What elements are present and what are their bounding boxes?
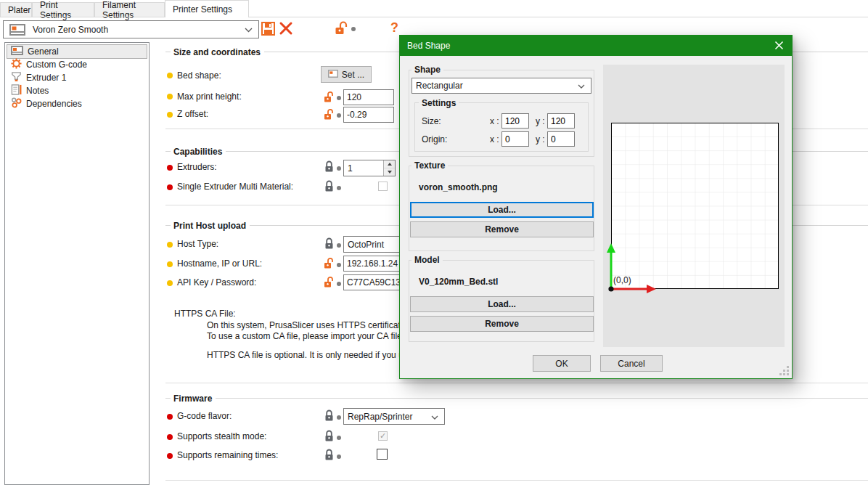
size-x-input[interactable] bbox=[501, 113, 529, 129]
host-type-label: Host Type: bbox=[177, 239, 218, 249]
group-separator bbox=[165, 480, 868, 481]
x-label: x : bbox=[490, 116, 499, 126]
option-bullet-icon bbox=[167, 434, 173, 440]
bed-shape-set-button[interactable]: Set ... bbox=[321, 66, 372, 83]
tabbar-bottom-border bbox=[0, 17, 868, 17]
group-title: Capabilities bbox=[173, 147, 222, 157]
option-bullet-icon bbox=[167, 453, 173, 459]
lock-open-icon[interactable] bbox=[335, 21, 348, 38]
sidebar-item-label: General bbox=[28, 46, 59, 57]
mode-dot-icon bbox=[337, 263, 341, 267]
tab-printer-settings[interactable]: Printer Settings bbox=[165, 0, 249, 17]
origin-axes-icon bbox=[603, 65, 785, 347]
gcode-flavor-value: RepRap/Sprinter bbox=[348, 412, 431, 422]
tab-print-settings[interactable]: Print Settings bbox=[32, 2, 94, 17]
tab-plater[interactable]: Plater bbox=[0, 2, 32, 17]
max-print-height-label: Max print height: bbox=[177, 91, 242, 102]
printer-preset-combobox[interactable]: Voron Zero Smooth bbox=[3, 20, 259, 38]
texture-load-label: Load... bbox=[488, 205, 516, 215]
mode-dot-icon bbox=[337, 455, 341, 459]
delete-preset-icon[interactable] bbox=[279, 21, 293, 38]
model-load-button[interactable]: Load... bbox=[410, 296, 594, 312]
mode-dot-icon bbox=[337, 415, 341, 420]
lock-open-icon[interactable] bbox=[324, 257, 334, 272]
bed-preview-canvas[interactable]: (0,0) bbox=[603, 65, 785, 347]
gear-icon bbox=[11, 58, 22, 71]
settings-page-list: General Custom G-code Extruder 1 Notes D… bbox=[4, 42, 150, 485]
lock-closed-icon[interactable] bbox=[324, 430, 334, 444]
option-bullet-icon bbox=[167, 165, 173, 171]
gcode-flavor-select[interactable]: RepRap/Sprinter bbox=[343, 408, 445, 425]
dialog-titlebar[interactable]: Bed Shape bbox=[400, 36, 792, 56]
cancel-label: Cancel bbox=[618, 359, 644, 369]
spinner-down-icon[interactable] bbox=[384, 168, 395, 176]
api-key-label: API Key / Password: bbox=[177, 277, 256, 288]
lock-closed-icon[interactable] bbox=[324, 237, 334, 252]
z-offset-input[interactable] bbox=[343, 107, 394, 123]
tab-filament-settings[interactable]: Filament Settings bbox=[94, 2, 165, 17]
sidebar-item-custom-gcode[interactable]: Custom G-code bbox=[7, 58, 147, 71]
settings-group-title: Settings bbox=[419, 98, 459, 108]
texture-group-title: Texture bbox=[412, 160, 448, 171]
set-button-label: Set ... bbox=[342, 70, 364, 80]
y-label: y : bbox=[536, 116, 545, 126]
cancel-button[interactable]: Cancel bbox=[600, 355, 663, 372]
ok-button[interactable]: OK bbox=[533, 355, 591, 372]
resize-grip[interactable] bbox=[779, 366, 790, 376]
sidebar-item-label: Dependencies bbox=[26, 99, 82, 109]
texture-filename: voron_smooth.png bbox=[419, 182, 498, 192]
tab-plater-label: Plater bbox=[8, 5, 30, 15]
bed-shape-dialog: Bed Shape Shape Rectangular Settings Siz… bbox=[399, 35, 793, 379]
shape-select[interactable]: Rectangular bbox=[412, 78, 591, 94]
texture-remove-button[interactable]: Remove bbox=[410, 221, 594, 237]
model-filename: V0_120mm_Bed.stl bbox=[419, 277, 498, 287]
stealth-mode-checkbox[interactable]: ✓ bbox=[378, 431, 388, 441]
sidebar-item-extruder-1[interactable]: Extruder 1 bbox=[7, 71, 147, 84]
sidebar-item-general[interactable]: General bbox=[7, 45, 147, 58]
lock-open-icon[interactable] bbox=[324, 108, 334, 123]
sidebar-item-dependencies[interactable]: Dependencies bbox=[7, 97, 147, 110]
origin-x-input[interactable] bbox=[501, 131, 529, 147]
hostname-label: Hostname, IP or URL: bbox=[177, 258, 262, 269]
chevron-down-icon bbox=[431, 412, 438, 422]
extruders-spinner[interactable]: 1 bbox=[343, 160, 396, 176]
model-load-label: Load... bbox=[488, 299, 516, 309]
option-bullet-icon bbox=[167, 73, 173, 78]
group-title: Firmware bbox=[173, 394, 212, 404]
option-bullet-icon bbox=[167, 261, 173, 267]
size-y-input[interactable] bbox=[547, 113, 575, 129]
lock-open-icon[interactable] bbox=[324, 91, 334, 105]
gcode-flavor-label: G-code flavor: bbox=[177, 411, 232, 421]
lock-closed-icon[interactable] bbox=[324, 449, 334, 463]
remaining-times-checkbox[interactable] bbox=[377, 449, 388, 460]
mode-dot-icon bbox=[337, 166, 341, 171]
printer-bed-icon bbox=[328, 70, 338, 80]
option-bullet-icon bbox=[167, 184, 173, 190]
origin-y-input[interactable] bbox=[547, 131, 575, 147]
mode-dot-icon bbox=[337, 436, 341, 440]
save-preset-icon[interactable] bbox=[261, 22, 275, 38]
model-remove-button[interactable]: Remove bbox=[410, 316, 594, 332]
remaining-times-label: Supports remaining times: bbox=[177, 450, 278, 460]
spinner-up-icon[interactable] bbox=[384, 160, 395, 168]
group-separator bbox=[165, 383, 868, 383]
close-icon[interactable] bbox=[774, 40, 785, 53]
help-icon[interactable]: ? bbox=[390, 20, 398, 36]
lock-open-icon[interactable] bbox=[324, 276, 334, 290]
origin-coordinates-label: (0,0) bbox=[613, 275, 631, 285]
lock-closed-icon[interactable] bbox=[324, 180, 334, 195]
extruders-value: 1 bbox=[344, 160, 383, 176]
max-print-height-input[interactable] bbox=[343, 89, 394, 105]
lock-closed-icon[interactable] bbox=[324, 409, 334, 424]
mode-dot-icon bbox=[337, 282, 341, 286]
extruder-icon bbox=[11, 71, 22, 84]
semm-checkbox[interactable] bbox=[378, 182, 388, 191]
size-label: Size: bbox=[422, 116, 441, 126]
texture-remove-label: Remove bbox=[485, 224, 519, 235]
prusaslicer-window: { "colors": { "accent_orange": "#ED6B22"… bbox=[0, 0, 868, 485]
option-bullet-icon bbox=[167, 242, 173, 248]
texture-load-button[interactable]: Load... bbox=[410, 202, 594, 218]
bed-shape-label: Bed shape: bbox=[177, 70, 221, 81]
sidebar-item-notes[interactable]: Notes bbox=[7, 84, 147, 97]
lock-closed-icon[interactable] bbox=[324, 160, 334, 175]
